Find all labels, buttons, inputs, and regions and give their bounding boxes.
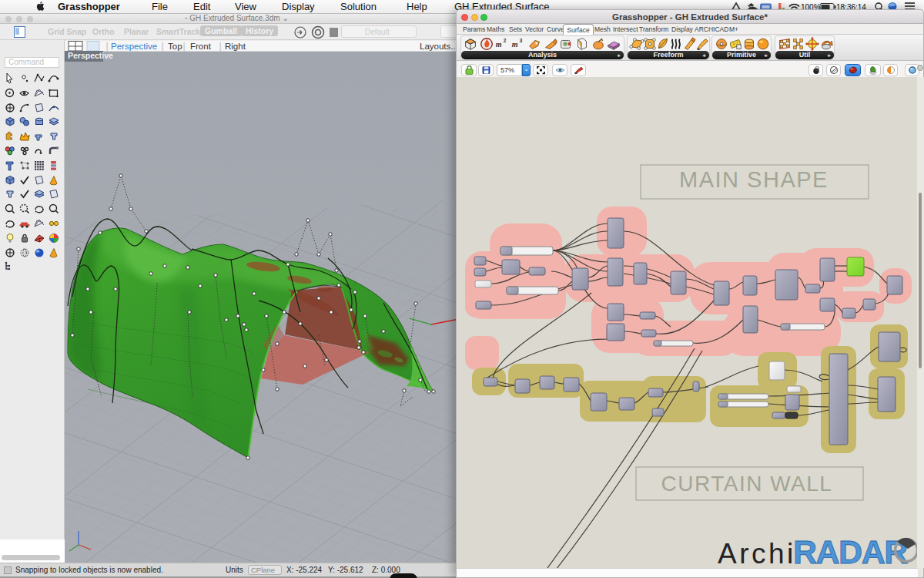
svg-text:RADAR: RADAR bbox=[793, 533, 908, 568]
svg-text:CURTAIN WALL: CURTAIN WALL bbox=[661, 472, 833, 496]
svg-text:Archi: Archi bbox=[718, 538, 796, 568]
svg-text:m: m bbox=[496, 40, 502, 49]
svg-text:2: 2 bbox=[504, 38, 507, 43]
svg-text:MAIN SHAPE: MAIN SHAPE bbox=[679, 167, 829, 192]
svg-text:3: 3 bbox=[520, 38, 523, 43]
svg-text:m: m bbox=[512, 40, 518, 49]
